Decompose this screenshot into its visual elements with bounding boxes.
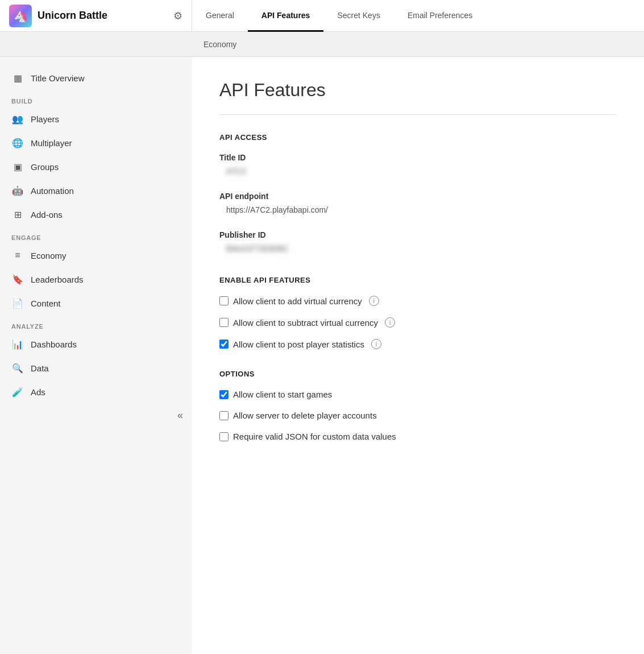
collapse-icon[interactable]: « <box>177 409 183 421</box>
page-title: API Features <box>219 80 617 101</box>
sub-navigation: Economy <box>0 32 644 57</box>
add-ons-icon: ⊞ <box>11 208 24 221</box>
option-start-games: Allow client to start games <box>219 390 617 399</box>
sidebar-item-data[interactable]: 🔍Data <box>0 356 192 380</box>
sidebar-label-title-overview: Title Overview <box>31 73 84 83</box>
brand-title: Unicorn Battle <box>38 10 107 22</box>
sidebar-item-automation[interactable]: 🤖Automation <box>0 179 192 202</box>
sidebar-section-build: BUILD <box>0 90 192 107</box>
options-title: OPTIONS <box>219 370 617 378</box>
label-add-virtual-currency: Allow client to add virtual currency <box>233 296 362 306</box>
content-icon: 📄 <box>11 297 24 309</box>
tab-secret-keys[interactable]: Secret Keys <box>323 1 393 32</box>
sidebar-item-content[interactable]: 📄Content <box>0 291 192 315</box>
sidebar-label-multiplayer: Multiplayer <box>31 138 72 148</box>
chart-icon: ▦ <box>11 72 24 84</box>
dashboards-icon: 📊 <box>11 338 24 350</box>
sidebar-label-leaderboards: Leaderboards <box>31 275 84 284</box>
title-id-group: Title ID A7C2 <box>219 153 617 178</box>
brand-logo-icon: 🦄 <box>9 5 32 27</box>
tab-general[interactable]: General <box>192 1 248 32</box>
content-divider <box>219 114 617 115</box>
info-icon-post-player-stats[interactable]: i <box>371 339 381 349</box>
label-option-valid-json: Require valid JSON for custom data value… <box>233 432 396 441</box>
checkbox-post-player-stats[interactable] <box>219 340 228 349</box>
gear-icon[interactable]: ⚙ <box>173 10 182 22</box>
options-section: OPTIONS Allow client to start gamesAllow… <box>219 370 617 441</box>
title-id-label: Title ID <box>219 153 617 162</box>
top-nav-tabs: GeneralAPI FeaturesSecret KeysEmail Pref… <box>192 0 486 31</box>
sidebar-item-dashboards[interactable]: 📊Dashboards <box>0 332 192 356</box>
checkbox-option-valid-json[interactable] <box>219 432 228 441</box>
sidebar-label-players: Players <box>31 114 59 124</box>
sidebar-section-engage: ENGAGE <box>0 226 192 243</box>
tab-email-preferences[interactable]: Email Preferences <box>394 1 486 32</box>
sidebar-label-dashboards: Dashboards <box>31 340 77 349</box>
checkbox-subtract-virtual-currency[interactable] <box>219 318 228 327</box>
data-icon: 🔍 <box>11 362 24 374</box>
sidebar-item-add-ons[interactable]: ⊞Add-ons <box>0 202 192 226</box>
label-option-start-games: Allow client to start games <box>233 390 332 399</box>
sidebar-item-title-overview[interactable]: ▦ Title Overview <box>0 66 192 90</box>
label-subtract-virtual-currency: Allow client to subtract virtual currenc… <box>233 318 378 328</box>
options-list: Allow client to start gamesAllow server … <box>219 390 617 441</box>
sidebar-label-groups: Groups <box>31 162 59 172</box>
content-area: API Features API ACCESS Title ID A7C2 AP… <box>192 57 644 654</box>
info-icon-subtract-virtual-currency[interactable]: i <box>385 317 395 328</box>
sub-tab-economy[interactable]: Economy <box>192 32 248 56</box>
brand-section: 🦄 Unicorn Battle ⚙ <box>0 0 192 31</box>
leaderboards-icon: 🔖 <box>11 273 24 285</box>
sidebar-item-players[interactable]: 👥Players <box>0 107 192 131</box>
info-icon-add-virtual-currency[interactable]: i <box>369 296 379 306</box>
automation-icon: 🤖 <box>11 184 24 197</box>
checkbox-add-virtual-currency[interactable] <box>219 296 228 305</box>
enable-api-features-list: Allow client to add virtual currencyiAll… <box>219 296 617 349</box>
top-navigation: 🦄 Unicorn Battle ⚙ GeneralAPI FeaturesSe… <box>0 0 644 32</box>
label-option-delete-accounts: Allow server to delete player accounts <box>233 411 377 420</box>
publisher-id-group: Publisher ID B4eA1F7303D6C <box>219 230 617 255</box>
sidebar-item-ads[interactable]: 🧪Ads <box>0 380 192 404</box>
sidebar-item-groups[interactable]: ▣Groups <box>0 155 192 179</box>
api-endpoint-value: https://A7C2.playfabapi.com/ <box>219 203 617 217</box>
groups-icon: ▣ <box>11 160 24 173</box>
enable-api-title: ENABLE API FEATURES <box>219 276 617 284</box>
sidebar-label-add-ons: Add-ons <box>31 210 63 220</box>
sidebar-item-economy[interactable]: ≡Economy <box>0 243 192 267</box>
api-endpoint-group: API endpoint https://A7C2.playfabapi.com… <box>219 192 617 217</box>
sidebar-label-automation: Automation <box>31 186 74 196</box>
feature-add-virtual-currency: Allow client to add virtual currencyi <box>219 296 617 306</box>
label-post-player-stats: Allow client to post player statistics <box>233 340 364 349</box>
multiplayer-icon: 🌐 <box>11 136 24 149</box>
ads-icon: 🧪 <box>11 386 24 398</box>
economy-icon: ≡ <box>11 249 24 262</box>
feature-subtract-virtual-currency: Allow client to subtract virtual currenc… <box>219 317 617 328</box>
publisher-id-label: Publisher ID <box>219 230 617 239</box>
title-id-value: A7C2 <box>219 164 617 178</box>
publisher-id-value: B4eA1F7303D6C <box>219 242 617 255</box>
api-endpoint-label: API endpoint <box>219 192 617 201</box>
sidebar-section-analyze: ANALYZE <box>0 315 192 332</box>
sidebar: ▦ Title Overview BUILD👥Players🌐Multiplay… <box>0 57 192 654</box>
feature-post-player-stats: Allow client to post player statisticsi <box>219 339 617 349</box>
sidebar-item-leaderboards[interactable]: 🔖Leaderboards <box>0 267 192 291</box>
api-access-title: API ACCESS <box>219 133 617 142</box>
option-delete-accounts: Allow server to delete player accounts <box>219 411 617 420</box>
api-access-section: API ACCESS Title ID A7C2 API endpoint ht… <box>219 133 617 255</box>
sidebar-label-economy: Economy <box>31 251 67 260</box>
enable-api-section: ENABLE API FEATURES Allow client to add … <box>219 276 617 349</box>
option-valid-json: Require valid JSON for custom data value… <box>219 432 617 441</box>
sidebar-label-ads: Ads <box>31 387 45 397</box>
sidebar-item-multiplayer[interactable]: 🌐Multiplayer <box>0 131 192 155</box>
sidebar-label-content: Content <box>31 299 61 308</box>
sidebar-label-data: Data <box>31 363 49 373</box>
players-icon: 👥 <box>11 113 24 125</box>
checkbox-option-start-games[interactable] <box>219 390 228 399</box>
checkbox-option-delete-accounts[interactable] <box>219 411 228 420</box>
tab-api-features[interactable]: API Features <box>248 1 324 32</box>
main-layout: ▦ Title Overview BUILD👥Players🌐Multiplay… <box>0 57 644 654</box>
